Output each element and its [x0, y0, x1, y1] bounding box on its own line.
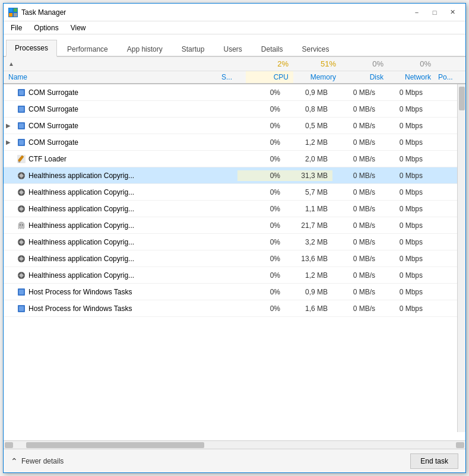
- table-row[interactable]: ▶ Healthiness application Copyrig... 0% …: [4, 201, 457, 217]
- close-button[interactable]: ✕: [444, 7, 461, 18]
- minimize-button[interactable]: −: [408, 7, 425, 18]
- process-name-label: CTF Loader: [28, 155, 66, 163]
- table-row[interactable]: ▶ COM Surrogate 0% 0,5 MB 0 MB/s 0 Mbps: [4, 118, 457, 134]
- column-cpu[interactable]: CPU: [246, 71, 293, 83]
- svg-rect-3: [14, 13, 17, 17]
- tab-services[interactable]: Services: [293, 41, 338, 57]
- fewer-details-button[interactable]: ⌃ Fewer details: [11, 456, 64, 466]
- process-icon-gear: [17, 254, 26, 264]
- menu-options[interactable]: Options: [29, 23, 63, 33]
- menu-file[interactable]: File: [6, 23, 27, 33]
- svg-rect-2: [9, 13, 12, 17]
- network-cell: 0 Mbps: [380, 287, 427, 297]
- svg-rect-54: [19, 290, 24, 294]
- cpu-cell: 0%: [237, 253, 285, 264]
- table-row[interactable]: ▶ Healthiness application Copyrig... 0% …: [4, 234, 457, 250]
- table-row[interactable]: ▶ COM Surrogate 0% 0,9 MB 0 MB/s 0 Mbps: [4, 84, 457, 101]
- process-name-cell: ▶ COM Surrogate: [4, 103, 211, 115]
- memory-cell: 13,6 MB: [285, 253, 332, 264]
- process-name-label: Healthiness application Copyrig...: [28, 205, 134, 213]
- process-icon-blue-square: [17, 287, 26, 297]
- h-scroll-thumb[interactable]: [26, 442, 204, 448]
- table-row[interactable]: ▶ Healthiness application Copyrig... 0% …: [4, 250, 457, 267]
- cpu-cell: 0%: [237, 154, 285, 164]
- power-cell: [427, 258, 457, 260]
- v-scroll-thumb[interactable]: [459, 87, 465, 110]
- disk-cell: 0 MB/s: [332, 253, 380, 264]
- disk-cell: 0 MB/s: [332, 204, 380, 214]
- menu-view[interactable]: View: [66, 23, 91, 33]
- status-cell: [211, 125, 237, 127]
- svg-rect-46: [23, 258, 25, 259]
- column-power[interactable]: Po...: [436, 71, 465, 83]
- svg-rect-51: [18, 275, 20, 276]
- column-status[interactable]: S...: [219, 71, 246, 83]
- process-icon-pencil: [17, 154, 26, 164]
- memory-cell: 0,5 MB: [285, 120, 332, 131]
- tab-details[interactable]: Details: [252, 41, 292, 57]
- tab-processes[interactable]: Processes: [6, 40, 57, 57]
- status-cell: [211, 174, 237, 177]
- memory-cell: 1,2 MB: [285, 270, 332, 281]
- status-cell: [211, 158, 237, 160]
- maximize-button[interactable]: □: [426, 7, 443, 18]
- horizontal-scrollbar[interactable]: [4, 440, 465, 449]
- svg-point-48: [20, 274, 23, 277]
- h-scroll-left[interactable]: [5, 442, 13, 448]
- table-row[interactable]: ▶ Healthiness application Copyrig... 0% …: [4, 167, 457, 184]
- svg-rect-39: [18, 242, 20, 243]
- table-row[interactable]: ▶ Healthiness application Copyrig... 0% …: [4, 217, 457, 234]
- cpu-cell: 0%: [237, 104, 285, 115]
- svg-rect-14: [18, 161, 20, 163]
- table-row[interactable]: ▶ CTF Loader 0% 2,0 MB 0 MB/s 0 Mbps: [4, 151, 457, 167]
- tab-users[interactable]: Users: [214, 41, 251, 57]
- table-row[interactable]: ▶ Healthiness application Copyrig... 0% …: [4, 267, 457, 284]
- process-icon-gear: [17, 204, 26, 214]
- svg-rect-52: [23, 275, 25, 276]
- expand-arrow[interactable]: ▶: [6, 139, 14, 145]
- cpu-cell: 0%: [237, 237, 285, 247]
- column-name[interactable]: Name: [4, 71, 219, 83]
- column-network[interactable]: Network: [388, 71, 436, 83]
- table-row[interactable]: ▶ Host Process for Windows Tasks 0% 0,9 …: [4, 284, 457, 300]
- process-name-label: Host Process for Windows Tasks: [28, 288, 132, 296]
- vertical-scrollbar[interactable]: [457, 84, 465, 432]
- svg-point-36: [20, 240, 23, 244]
- cpu-cell: 0%: [237, 220, 285, 231]
- memory-cell: 1,2 MB: [285, 137, 332, 148]
- table-row[interactable]: ▶ Host Process for Windows Tasks 0% 1,6 …: [4, 300, 457, 317]
- table-row[interactable]: ▶ COM Surrogate 0% 0,8 MB 0 MB/s 0 Mbps: [4, 101, 457, 118]
- expand-arrow[interactable]: ▶: [6, 122, 14, 129]
- column-disk[interactable]: Disk: [341, 71, 388, 83]
- svg-rect-25: [18, 192, 20, 193]
- h-scroll-right[interactable]: [456, 442, 464, 448]
- process-icon-gear: [17, 237, 26, 247]
- disk-percent: 0%: [341, 57, 388, 71]
- process-icon-gear: [17, 188, 26, 197]
- process-name-label: COM Surrogate: [28, 105, 78, 113]
- column-memory[interactable]: Memory: [293, 71, 341, 83]
- chevron-up-icon: ⌃: [11, 456, 18, 466]
- end-task-button[interactable]: End task: [410, 453, 458, 469]
- tab-performance[interactable]: Performance: [58, 41, 117, 57]
- status-cell: [211, 258, 237, 260]
- network-cell: 0 Mbps: [380, 237, 427, 247]
- svg-rect-19: [18, 175, 20, 176]
- disk-cell: 0 MB/s: [332, 287, 380, 297]
- process-name-cell: ▶ Healthiness application Copyrig...: [4, 203, 211, 215]
- cpu-cell: 0%: [237, 120, 285, 131]
- tab-app-history[interactable]: App history: [118, 41, 172, 57]
- table-row[interactable]: ▶ COM Surrogate 0% 1,2 MB 0 MB/s 0 Mbps: [4, 134, 457, 151]
- memory-cell: 5,7 MB: [285, 187, 332, 198]
- status-cell: [211, 191, 237, 193]
- svg-rect-9: [19, 123, 24, 128]
- process-name-cell: ▶ Healthiness application Copyrig...: [4, 269, 211, 281]
- process-icon-gear: [17, 271, 26, 280]
- table-row[interactable]: ▶ Healthiness application Copyrig... 0% …: [4, 184, 457, 201]
- tab-startup[interactable]: Startup: [173, 41, 214, 57]
- header-percentages: ▲ 2% 51% 0% 0%: [4, 57, 465, 71]
- process-list[interactable]: ▶ COM Surrogate 0% 0,9 MB 0 MB/s 0 Mbps …: [4, 84, 465, 440]
- disk-cell: 0 MB/s: [332, 154, 380, 164]
- task-manager-window: Task Manager − □ ✕ File Options View Pro…: [3, 3, 466, 473]
- status-cell: [211, 108, 237, 110]
